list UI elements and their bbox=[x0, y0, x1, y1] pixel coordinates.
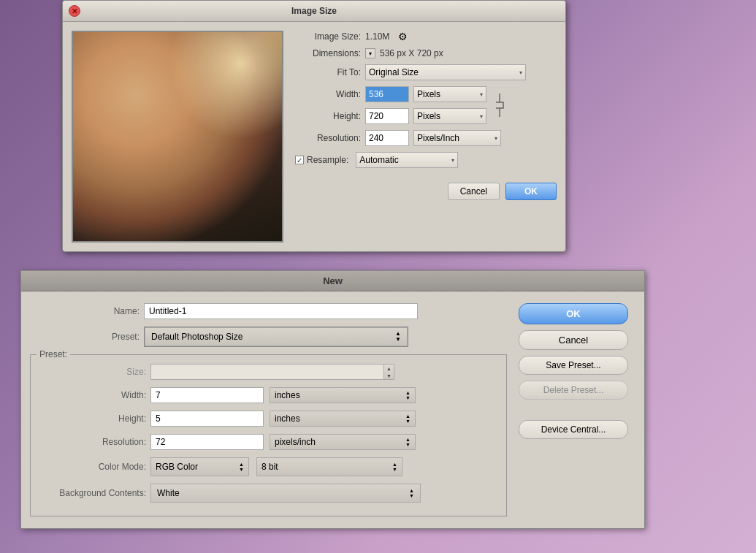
resolution-unit-dropdown-new[interactable]: pixels/inch ▲ ▼ bbox=[270, 434, 416, 450]
resolution-input[interactable] bbox=[365, 130, 409, 146]
width-unit-dropdown-new[interactable]: inches ▲ ▼ bbox=[270, 387, 416, 403]
new-dialog-titlebar: New bbox=[21, 271, 644, 291]
name-input[interactable] bbox=[144, 303, 418, 319]
width-input[interactable] bbox=[365, 86, 409, 102]
image-preview bbox=[72, 31, 283, 243]
dimensions-row: Dimensions: ▾ 536 px X 720 px bbox=[295, 48, 557, 58]
cancel-button[interactable]: Cancel bbox=[448, 183, 500, 200]
width-stepper bbox=[150, 387, 264, 403]
size-spinner: ▲ ▼ bbox=[384, 364, 394, 380]
width-height-block: Width: Pixels ▾ Height: Pixels ▾ bbox=[295, 86, 557, 124]
dimensions-label: Dimensions: bbox=[295, 48, 361, 58]
new-dialog-left: Name: Preset: Default Photoshop Size ▲ ▼ bbox=[30, 303, 507, 516]
height-input[interactable] bbox=[365, 108, 409, 124]
new-height-label: Height: bbox=[37, 413, 146, 424]
preset-down-arrow: ▼ bbox=[395, 337, 401, 343]
color-mode-dropdown[interactable]: RGB Color ▲ ▼ bbox=[150, 457, 249, 476]
resolution-label: Resolution: bbox=[295, 133, 361, 143]
preset-dropdown[interactable]: Default Photoshop Size ▲ ▼ bbox=[145, 327, 408, 346]
save-preset-button[interactable]: Save Preset... bbox=[519, 356, 628, 375]
width-label: Width: bbox=[295, 89, 361, 99]
image-size-value: 1.10M bbox=[365, 31, 389, 42]
color-mode-row: Color Mode: RGB Color ▲ ▼ bbox=[37, 457, 500, 476]
resample-checkbox[interactable] bbox=[295, 156, 304, 164]
new-height-row: Height: inches ▲ ▼ bbox=[37, 411, 500, 427]
resolution-unit-down: ▼ bbox=[405, 442, 411, 447]
new-height-input[interactable] bbox=[150, 411, 264, 427]
bg-down: ▼ bbox=[409, 493, 414, 498]
width-unit-dropdown[interactable]: Pixels ▾ bbox=[413, 86, 486, 102]
name-label: Name: bbox=[30, 306, 140, 316]
bit-depth-wrap: 8 bit ▲ ▼ bbox=[256, 457, 402, 476]
delete-preset-button: Delete Preset... bbox=[519, 381, 628, 400]
bg-up: ▲ bbox=[409, 488, 414, 493]
name-row: Name: bbox=[30, 303, 507, 319]
new-dialog-title: New bbox=[323, 275, 343, 286]
height-unit-dropdown[interactable]: Pixels ▾ bbox=[413, 108, 486, 124]
image-size-label: Image Size: bbox=[295, 31, 361, 42]
size-down[interactable]: ▼ bbox=[384, 372, 394, 379]
size-input[interactable] bbox=[150, 364, 384, 380]
image-size-titlebar: ✕ Image Size bbox=[63, 1, 565, 22]
resolution-unit-dropdown[interactable]: Pixels/Inch ▾ bbox=[413, 130, 501, 146]
new-width-input[interactable] bbox=[150, 387, 264, 403]
color-mode-stepper: RGB Color ▲ ▼ bbox=[150, 457, 249, 476]
new-width-row: Width: inches ▲ ▼ bbox=[37, 387, 500, 403]
resolution-stepper bbox=[150, 434, 264, 450]
device-central-button[interactable]: Device Central... bbox=[519, 420, 628, 439]
image-size-body: Image Size: 1.10M ⚙ Dimensions: ▾ 536 px… bbox=[63, 22, 565, 251]
new-resolution-row: Resolution: pixels/inch ▲ ▼ bbox=[37, 434, 500, 450]
height-label: Height: bbox=[295, 111, 361, 121]
new-resolution-input[interactable] bbox=[150, 434, 264, 450]
height-stepper bbox=[150, 411, 264, 427]
fit-to-dropdown[interactable]: Original Size ▾ bbox=[365, 64, 526, 80]
height-row: Height: Pixels ▾ bbox=[295, 108, 486, 124]
height-unit-wrap: inches ▲ ▼ bbox=[270, 411, 416, 427]
preset-row: Preset: Default Photoshop Size ▲ ▼ bbox=[30, 327, 507, 347]
link-icon bbox=[492, 92, 507, 118]
size-up[interactable]: ▲ bbox=[384, 365, 394, 372]
new-resolution-label: Resolution: bbox=[37, 437, 146, 447]
size-stepper: ▲ ▼ bbox=[150, 364, 394, 380]
resolution-unit-up: ▲ bbox=[405, 437, 411, 442]
resample-dropdown[interactable]: Automatic ▾ bbox=[356, 152, 458, 168]
height-unit-down: ▼ bbox=[405, 419, 411, 424]
bg-contents-dropdown[interactable]: White ▲ ▼ bbox=[150, 484, 421, 503]
height-unit-up: ▲ bbox=[405, 413, 411, 419]
resolution-row: Resolution: Pixels/Inch ▾ bbox=[295, 130, 557, 146]
close-button[interactable]: ✕ bbox=[69, 5, 80, 17]
new-dialog: New Name: Preset: Default Photoshop Size… bbox=[20, 270, 645, 529]
bg-contents-label: Background Contents: bbox=[37, 488, 146, 498]
dimensions-value: 536 px X 720 px bbox=[380, 48, 443, 58]
dimensions-toggle[interactable]: ▾ bbox=[365, 48, 375, 58]
image-size-buttons: Cancel OK bbox=[295, 183, 557, 200]
resample-row: Resample: Automatic ▾ bbox=[295, 152, 557, 168]
preset-border: Preset: Size: ▲ ▼ Width: bbox=[30, 354, 507, 516]
new-cancel-button[interactable]: Cancel bbox=[519, 330, 628, 350]
size-row: Size: ▲ ▼ bbox=[37, 364, 500, 380]
color-mode-up: ▲ bbox=[239, 462, 244, 467]
preview-image bbox=[73, 32, 282, 241]
bit-up: ▲ bbox=[392, 462, 397, 467]
ok-button[interactable]: OK bbox=[505, 183, 557, 200]
bit-down: ▼ bbox=[392, 467, 397, 472]
resample-label: Resample: bbox=[307, 155, 348, 165]
new-dialog-buttons: OK Cancel Save Preset... Delete Preset..… bbox=[519, 303, 635, 516]
width-unit-down: ▼ bbox=[405, 395, 411, 400]
new-ok-button[interactable]: OK bbox=[519, 303, 628, 324]
gear-icon[interactable]: ⚙ bbox=[398, 31, 408, 42]
height-unit-arrow: ▾ bbox=[480, 113, 483, 120]
resample-arrow: ▾ bbox=[451, 157, 454, 164]
bit-depth-dropdown[interactable]: 8 bit ▲ ▼ bbox=[256, 457, 402, 476]
width-unit-up: ▲ bbox=[405, 390, 411, 395]
device-central-spacer: Device Central... bbox=[519, 420, 635, 439]
new-width-label: Width: bbox=[37, 390, 146, 400]
image-size-row: Image Size: 1.10M ⚙ bbox=[295, 31, 557, 42]
height-unit-dropdown-new[interactable]: inches ▲ ▼ bbox=[270, 411, 416, 427]
preset-label: Preset: bbox=[30, 332, 140, 342]
resample-checkbox-label[interactable]: Resample: bbox=[295, 155, 348, 165]
size-label: Size: bbox=[37, 367, 146, 377]
bg-contents-row: Background Contents: White ▲ ▼ bbox=[37, 484, 500, 503]
fit-to-arrow: ▾ bbox=[519, 69, 522, 76]
resolution-unit-arrow: ▾ bbox=[495, 135, 497, 142]
